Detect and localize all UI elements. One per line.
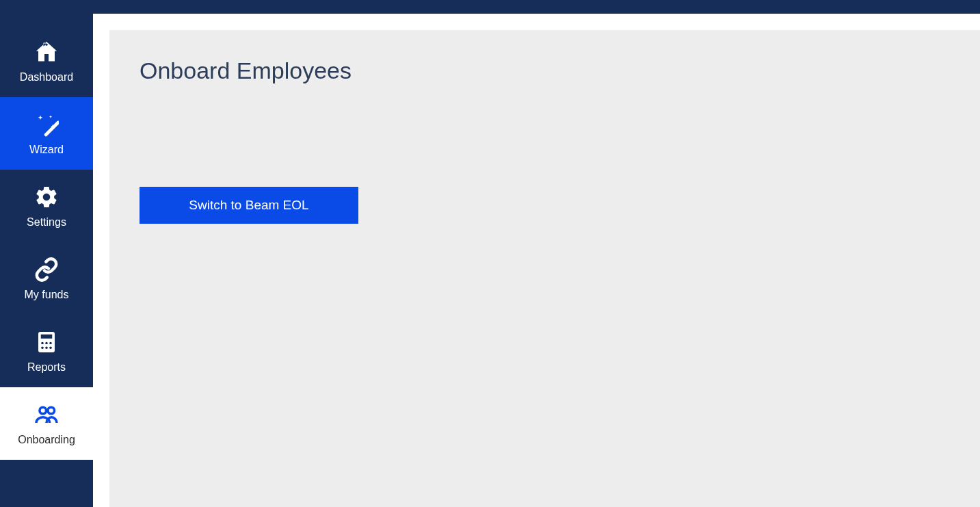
- svg-point-5: [45, 342, 48, 345]
- sidebar-item-reports[interactable]: Reports: [0, 315, 93, 387]
- sidebar-item-onboarding[interactable]: Onboarding: [0, 387, 93, 460]
- sidebar-item-settings[interactable]: Settings: [0, 170, 93, 242]
- sidebar-item-my-funds[interactable]: My funds: [0, 242, 93, 315]
- sidebar-item-label: Settings: [27, 216, 66, 229]
- home-icon: [33, 38, 60, 66]
- svg-point-4: [41, 342, 44, 345]
- svg-point-9: [49, 346, 52, 349]
- sidebar-item-label: My funds: [25, 289, 69, 301]
- link-icon: [33, 256, 60, 283]
- app-layout: Dashboard Wizard Settings: [0, 14, 980, 507]
- calculator-icon: [33, 328, 60, 356]
- sidebar-item-label: Reports: [27, 361, 66, 374]
- main-area: Onboard Employees Switch to Beam EOL: [93, 14, 980, 507]
- svg-point-7: [41, 346, 44, 349]
- svg-rect-3: [41, 335, 53, 339]
- sidebar-item-label: Onboarding: [18, 434, 75, 446]
- wand-icon: [33, 111, 60, 138]
- svg-point-10: [40, 407, 47, 414]
- content-panel: Onboard Employees Switch to Beam EOL: [109, 30, 980, 507]
- people-icon: [33, 401, 60, 428]
- sidebar-item-label: Dashboard: [20, 71, 73, 83]
- page-title: Onboard Employees: [140, 57, 950, 84]
- svg-point-0: [45, 44, 47, 46]
- top-bar: [0, 0, 980, 14]
- sidebar: Dashboard Wizard Settings: [0, 14, 93, 507]
- svg-point-8: [45, 346, 48, 349]
- svg-point-11: [48, 407, 55, 414]
- svg-point-6: [49, 342, 52, 345]
- sidebar-item-dashboard[interactable]: Dashboard: [0, 25, 93, 97]
- sidebar-item-label: Wizard: [29, 144, 64, 156]
- switch-to-beam-eol-button[interactable]: Switch to Beam EOL: [140, 187, 358, 224]
- svg-rect-1: [44, 120, 59, 137]
- gear-icon: [33, 183, 60, 211]
- sidebar-item-wizard[interactable]: Wizard: [0, 97, 93, 170]
